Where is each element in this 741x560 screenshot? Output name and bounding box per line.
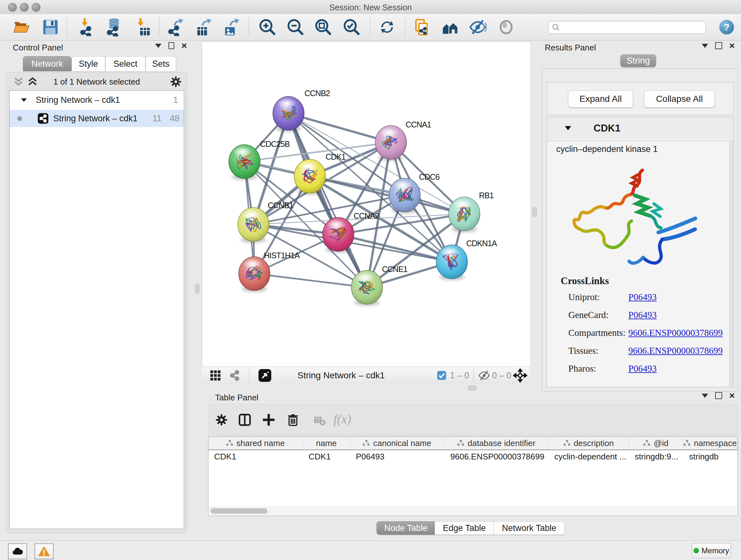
open-session-button[interactable] (11, 17, 32, 38)
control-panel-float-icon[interactable] (169, 42, 174, 49)
zoom-fit-button[interactable] (313, 17, 334, 38)
tab-node-table[interactable]: Node Table (377, 521, 435, 535)
table-cell[interactable]: cyclin-dependent ... (549, 450, 629, 463)
zoom-in-button[interactable] (257, 17, 278, 38)
node-HIST1H1A[interactable] (239, 257, 270, 292)
clone-network-button[interactable] (411, 17, 433, 38)
search-input[interactable] (548, 21, 706, 34)
node-label-CCNA2: CCNA2 (354, 211, 379, 220)
table-row[interactable]: CDK1CDK1P064939606.ENSP00000378699cyclin… (208, 450, 738, 463)
collection-expanded-arrow-icon[interactable] (21, 98, 27, 102)
show-hide-graphics-button[interactable] (467, 17, 488, 38)
tab-string[interactable]: String (620, 54, 656, 67)
cloud-status-button[interactable] (8, 543, 27, 559)
table-panel-close-icon[interactable]: × (729, 392, 735, 399)
column-header-label: canonical name (373, 438, 431, 448)
node-CCNA1[interactable] (375, 125, 407, 161)
collection-label: String Network – cdk1 (36, 95, 120, 105)
right-splitter-handle[interactable] (532, 207, 537, 217)
crosslink-value-link[interactable]: 9606.ENSP00000378699 (628, 346, 723, 356)
import-network-database-button[interactable] (103, 17, 124, 38)
node-CCNB1[interactable] (238, 207, 269, 243)
fit-selected-crosshair-icon[interactable] (513, 368, 527, 382)
crosslink-value-link[interactable]: P06493 (628, 310, 657, 320)
results-panel-float-icon[interactable] (715, 42, 722, 49)
import-table-button[interactable] (131, 17, 153, 38)
birdseye-toggle-icon[interactable] (259, 369, 271, 382)
crosslink-value-link[interactable]: P06493 (628, 292, 657, 302)
scrollbar-thumb[interactable] (211, 508, 267, 514)
expand-all-button[interactable]: Expand All (568, 90, 633, 108)
hidden-eye-icon[interactable] (478, 369, 490, 381)
crosslink-value-link[interactable]: 9606.ENSP00000378699 (628, 327, 723, 338)
first-neighbors-button[interactable] (440, 17, 461, 38)
left-splitter-handle[interactable] (195, 284, 199, 294)
warnings-button[interactable] (35, 543, 54, 559)
table-cell[interactable]: stringdb:9... (629, 450, 683, 463)
table-horizontal-scrollbar[interactable] (209, 507, 737, 515)
memory-button[interactable]: Memory (692, 543, 731, 558)
zoom-out-button[interactable] (285, 17, 307, 38)
tab-network-table[interactable]: Network Table (493, 521, 565, 535)
network-share-icon[interactable] (228, 369, 241, 382)
results-scrollbar[interactable] (729, 141, 733, 386)
edge-HIST1H1A-CCNE1[interactable] (254, 273, 367, 287)
table-cell[interactable]: CDK1 (303, 450, 350, 463)
table-settings-gear-icon[interactable] (215, 413, 228, 427)
tab-style[interactable]: Style (71, 56, 105, 71)
column-header-description[interactable]: description (549, 437, 629, 449)
apply-layout-button[interactable] (376, 17, 398, 38)
table-panel-menu-icon[interactable] (702, 394, 708, 398)
tab-edge-table[interactable]: Edge Table (434, 521, 494, 535)
import-network-file-button[interactable] (76, 17, 97, 38)
add-column-icon[interactable] (262, 413, 276, 427)
tab-select[interactable]: Select (105, 56, 145, 71)
column-header-name[interactable]: name (303, 437, 350, 449)
results-panel-menu-icon[interactable] (702, 44, 708, 48)
node-table[interactable]: shared namenamecanonical namedatabase id… (208, 436, 738, 516)
export-network-button[interactable] (164, 17, 186, 38)
edge-CCNB2-CCNE1[interactable] (288, 113, 367, 287)
column-header-shared-name[interactable]: shared name (208, 437, 303, 449)
node-CDC25B[interactable] (229, 145, 260, 180)
save-session-button[interactable] (40, 17, 61, 38)
node-CCNE1[interactable] (351, 270, 383, 306)
node-result-header[interactable]: CDK1 (547, 117, 733, 141)
crosslink-value-link[interactable]: P06493 (628, 363, 657, 374)
table-cell[interactable]: P06493 (350, 450, 445, 463)
network-canvas[interactable]: CCNB2CCNA1CDC25BCDK1CDC6RB1CCNB1CCNA2CDK… (202, 42, 531, 367)
grid-view-icon[interactable] (209, 369, 221, 381)
node-CDKN1A[interactable] (436, 245, 468, 280)
delete-column-trash-icon[interactable] (286, 413, 300, 427)
network-options-gear-icon[interactable] (170, 75, 182, 88)
network-row-selected[interactable]: String Network – cdk1 11 48 (10, 110, 184, 127)
network-graph[interactable]: CCNB2CCNA1CDC25BCDK1CDC6RB1CCNB1CCNA2CDK… (202, 42, 531, 367)
node-RB1[interactable] (449, 197, 480, 233)
collapse-all-button[interactable]: Collapse All (644, 90, 715, 108)
bottom-splitter-handle[interactable] (468, 385, 477, 390)
preview-button[interactable] (495, 17, 517, 38)
table-cell[interactable]: stringdb (683, 450, 738, 463)
column-header-canonical-name[interactable]: canonical name (350, 437, 445, 449)
help-button[interactable]: ? (719, 20, 734, 35)
tab-network[interactable]: Network (23, 56, 71, 71)
tab-sets[interactable]: Sets (145, 56, 176, 71)
zoom-selected-button[interactable] (341, 17, 362, 38)
section-expanded-arrow-icon[interactable] (565, 126, 571, 130)
table-panel-float-icon[interactable] (715, 392, 722, 399)
table-panel-splitter[interactable] (202, 384, 530, 391)
selected-checkbox-icon[interactable] (437, 371, 446, 380)
table-cell[interactable]: 9606.ENSP00000378699 (445, 450, 549, 463)
table-cell[interactable]: CDK1 (208, 450, 303, 463)
control-panel-menu-icon[interactable] (155, 44, 161, 48)
network-collection-row[interactable]: String Network – cdk1 1 (10, 91, 184, 109)
column-header-namespace[interactable]: namespace (683, 437, 738, 449)
column-header--id[interactable]: @id (629, 437, 683, 449)
results-panel-close-icon[interactable]: × (729, 43, 735, 49)
control-panel-close-icon[interactable]: × (181, 43, 187, 49)
export-image-button[interactable] (220, 17, 242, 38)
table-header-row[interactable]: shared namenamecanonical namedatabase id… (208, 437, 738, 450)
column-header-database-identifier[interactable]: database identifier (445, 437, 549, 449)
show-columns-icon[interactable] (238, 413, 252, 427)
export-table-button[interactable] (192, 17, 214, 38)
